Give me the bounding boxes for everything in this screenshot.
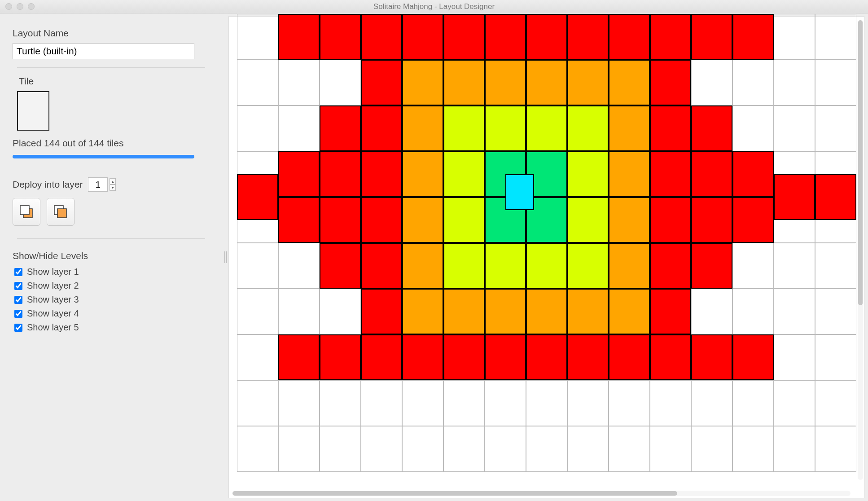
show-layer-4-checkbox[interactable]: Show layer 4 [13, 307, 210, 321]
tile-c1[interactable] [485, 334, 526, 380]
tile-c1[interactable] [402, 334, 443, 380]
tile-c1[interactable] [320, 14, 361, 60]
grid-cell[interactable] [732, 60, 774, 105]
tile-c2[interactable] [609, 243, 650, 289]
pane-resize-handle[interactable] [222, 13, 228, 501]
tile-c1[interactable] [278, 197, 320, 243]
grid-cell[interactable] [361, 426, 402, 472]
grid-cell[interactable] [402, 426, 443, 472]
grid-cell[interactable] [485, 380, 526, 426]
tile-c2[interactable] [402, 105, 443, 151]
tile-c1[interactable] [320, 151, 361, 197]
tile-c2[interactable] [609, 289, 650, 334]
grid-cell[interactable] [774, 60, 815, 105]
grid-cell[interactable] [815, 334, 856, 380]
spinner-down-icon[interactable]: ▾ [110, 185, 116, 191]
tile-c1[interactable] [774, 174, 815, 220]
grid-cell[interactable] [237, 426, 278, 472]
tile-c1[interactable] [443, 14, 485, 60]
grid-cell[interactable] [278, 426, 320, 472]
tile-c1[interactable] [650, 14, 691, 60]
grid-cell[interactable] [691, 60, 732, 105]
tile-c2[interactable] [609, 151, 650, 197]
tile-c1[interactable] [320, 334, 361, 380]
tile-c1[interactable] [526, 334, 567, 380]
grid-cell[interactable] [278, 289, 320, 334]
tile-c1[interactable] [650, 60, 691, 105]
show-layer-1-input[interactable] [14, 268, 22, 276]
tile-c2[interactable] [485, 60, 526, 105]
tile-c1[interactable] [361, 105, 402, 151]
grid-cell[interactable] [237, 334, 278, 380]
tile-c3[interactable] [567, 105, 609, 151]
grid-cell[interactable] [320, 426, 361, 472]
tile-c1[interactable] [567, 14, 609, 60]
grid-cell[interactable] [650, 380, 691, 426]
grid-cell[interactable] [815, 426, 856, 472]
tile-c2[interactable] [402, 151, 443, 197]
grid-cell[interactable] [774, 380, 815, 426]
grid-cell[interactable] [361, 380, 402, 426]
grid-cell[interactable] [609, 426, 650, 472]
tile-c2[interactable] [526, 60, 567, 105]
grid-cell[interactable] [774, 289, 815, 334]
show-layer-3-input[interactable] [14, 296, 22, 304]
tile-c2[interactable] [609, 197, 650, 243]
grid-cell[interactable] [320, 380, 361, 426]
design-canvas[interactable] [228, 16, 864, 498]
grid-cell[interactable] [237, 105, 278, 151]
grid-cell[interactable] [691, 380, 732, 426]
show-layer-1-checkbox[interactable]: Show layer 1 [13, 265, 210, 279]
tile-c1[interactable] [609, 14, 650, 60]
tile-c2[interactable] [567, 289, 609, 334]
tile-c1[interactable] [650, 105, 691, 151]
grid-cell[interactable] [278, 243, 320, 289]
tile-c2[interactable] [609, 60, 650, 105]
tile-c1[interactable] [650, 289, 691, 334]
tile-c1[interactable] [402, 14, 443, 60]
grid-cell[interactable] [815, 14, 856, 60]
grid-cell[interactable] [278, 380, 320, 426]
tile-c1[interactable] [361, 334, 402, 380]
tile-c3[interactable] [485, 243, 526, 289]
grid-cell[interactable] [402, 380, 443, 426]
grid-cell[interactable] [650, 426, 691, 472]
tile-preview[interactable] [17, 91, 49, 131]
tile-c2[interactable] [443, 60, 485, 105]
show-layer-5-checkbox[interactable]: Show layer 5 [13, 321, 210, 334]
grid-cell[interactable] [237, 289, 278, 334]
tile-c1[interactable] [320, 105, 361, 151]
tile-c3[interactable] [443, 105, 485, 151]
grid-cell[interactable] [237, 60, 278, 105]
tile-c3[interactable] [443, 197, 485, 243]
show-layer-3-checkbox[interactable]: Show layer 3 [13, 293, 210, 307]
grid-cell[interactable] [278, 105, 320, 151]
grid-cell[interactable] [815, 243, 856, 289]
grid-cell[interactable] [815, 60, 856, 105]
tile-c1[interactable] [691, 151, 732, 197]
grid-cell[interactable] [609, 380, 650, 426]
grid-cell[interactable] [774, 426, 815, 472]
tile-c1[interactable] [361, 151, 402, 197]
grid-cell[interactable] [526, 380, 567, 426]
grid-cell[interactable] [526, 426, 567, 472]
tile-c3[interactable] [567, 197, 609, 243]
show-layer-4-input[interactable] [14, 310, 22, 318]
tile-c3[interactable] [485, 105, 526, 151]
tile-c1[interactable] [361, 197, 402, 243]
tile-c3[interactable] [526, 243, 567, 289]
deploy-layer-input[interactable] [88, 177, 108, 192]
tile-c1[interactable] [361, 289, 402, 334]
grid-cell[interactable] [732, 426, 774, 472]
tile-c3[interactable] [443, 243, 485, 289]
grid-cell[interactable] [237, 243, 278, 289]
tile-c1[interactable] [650, 151, 691, 197]
grid-cell[interactable] [320, 289, 361, 334]
grid-cell[interactable] [732, 105, 774, 151]
grid-cell[interactable] [815, 289, 856, 334]
tile-c1[interactable] [278, 14, 320, 60]
grid-cell[interactable] [774, 105, 815, 151]
tile-c2[interactable] [402, 60, 443, 105]
grid-cell[interactable] [237, 14, 278, 60]
tile-c1[interactable] [361, 60, 402, 105]
